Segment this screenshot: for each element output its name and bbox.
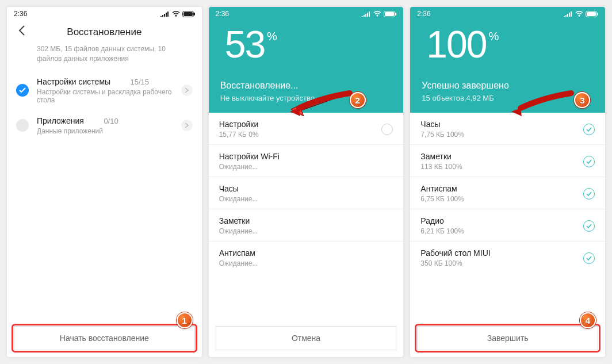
item-title: Заметки	[420, 152, 583, 161]
item-title: Антиспам	[420, 184, 583, 193]
chevron-right-icon[interactable]	[181, 120, 193, 131]
wifi-icon	[575, 11, 583, 17]
list-item: Настройки 15,77 КБ 0%	[209, 113, 404, 145]
row-sub: Данные приложений	[37, 127, 181, 135]
percent-sign: %	[488, 30, 499, 43]
check-circle-icon	[583, 124, 595, 135]
svg-rect-2	[194, 13, 195, 16]
progress-header: 2:36 53 % Восстановление... Не выключайт…	[209, 7, 404, 113]
status-icons	[564, 11, 598, 17]
row-main: Настройки системы 15/15 Настройки систем…	[37, 76, 181, 104]
list-item: Заметки 113 КБ 100%	[410, 145, 605, 177]
item-sub: Ожидание...	[219, 259, 393, 267]
item-title: Часы	[420, 120, 583, 129]
list-item: Настройки Wi-Fi Ожидание...	[209, 145, 404, 177]
percent-display: 53 %	[209, 21, 404, 63]
progress-title: Восстановление...	[220, 81, 392, 91]
restore-list: Настройки 15,77 КБ 0% Настройки Wi-Fi Ож…	[209, 113, 404, 357]
back-icon	[18, 25, 25, 36]
list-item: Рабочий стол MIUI 350 КБ 100%	[410, 242, 605, 273]
summary-text: 302 МБ, 15 файлов данных системы, 10 фай…	[7, 44, 202, 71]
signal-icon	[362, 11, 371, 17]
battery-icon	[384, 11, 396, 17]
percent-number: 100	[426, 25, 486, 63]
status-time: 2:36	[216, 10, 229, 18]
back-button[interactable]	[12, 25, 32, 39]
list-item: Часы Ожидание...	[209, 177, 404, 209]
list-item: Радио 6,21 КБ 100%	[410, 209, 605, 242]
svg-point-8	[579, 16, 580, 17]
status-bar: 2:36	[410, 7, 605, 21]
item-title: Антиспам	[219, 248, 393, 258]
signal-icon	[160, 11, 170, 17]
chevron-right-icon[interactable]	[181, 85, 193, 96]
wifi-icon	[172, 11, 180, 17]
wifi-icon	[373, 11, 381, 17]
svg-point-0	[175, 16, 177, 17]
progress-ring-icon	[381, 124, 393, 135]
row-count: 0/10	[104, 117, 118, 125]
button-label: Завершить	[487, 334, 529, 343]
cancel-button[interactable]: Отмена	[216, 326, 397, 350]
item-title: Рабочий стол MIUI	[420, 248, 583, 258]
item-sub: 350 КБ 100%	[420, 259, 583, 267]
row-count: 15/15	[131, 78, 150, 86]
status-bar: 2:36	[209, 7, 404, 21]
finish-button[interactable]: Завершить	[417, 326, 598, 350]
item-title: Радио	[420, 216, 583, 225]
check-circle-icon	[583, 252, 595, 264]
checkmark-icon	[19, 87, 26, 93]
signal-icon	[564, 11, 573, 17]
item-sub: Ожидание...	[219, 195, 393, 203]
status-time: 2:36	[417, 10, 430, 18]
checkbox-off-icon[interactable]	[16, 119, 29, 132]
phone-screen-3: 2:36 100 % Успешно завершено 15 объектов…	[410, 7, 605, 357]
svg-rect-11	[587, 12, 596, 16]
percent-display: 100 %	[410, 21, 605, 63]
svg-rect-3	[183, 12, 193, 16]
list-item: Антиспам 6,75 КБ 100%	[410, 177, 605, 209]
percent-number: 53	[225, 25, 265, 63]
item-sub: 7,75 КБ 100%	[420, 131, 583, 139]
checkbox-on-icon[interactable]	[16, 84, 29, 97]
check-circle-icon	[583, 156, 595, 167]
category-row-system[interactable]: Настройки системы 15/15 Настройки систем…	[7, 71, 202, 110]
percent-sign: %	[267, 30, 277, 43]
item-sub: 6,21 КБ 100%	[420, 227, 583, 235]
list-item: Антиспам Ожидание...	[209, 242, 404, 273]
start-restore-button[interactable]: Начать восстановление	[14, 326, 195, 350]
svg-point-4	[377, 16, 378, 17]
item-sub: Ожидание...	[219, 227, 393, 235]
status-time: 2:36	[14, 10, 27, 18]
row-title: Приложения	[37, 116, 84, 125]
complete-sub: 15 объектов,4,92 МБ	[422, 94, 594, 102]
battery-icon	[586, 11, 598, 17]
svg-rect-7	[385, 12, 394, 16]
progress-sub: Не выключайте устройство	[220, 94, 392, 102]
item-sub: Ожидание...	[219, 163, 393, 171]
complete-title: Успешно завершено	[422, 81, 594, 91]
status-icons	[362, 11, 396, 17]
svg-rect-10	[597, 13, 598, 16]
header: Восстановление	[7, 21, 202, 44]
row-sub: Настройки системы и раскладка рабочего с…	[37, 88, 181, 104]
battery-icon	[182, 11, 195, 17]
item-title: Заметки	[219, 216, 393, 225]
item-sub: 113 КБ 100%	[420, 163, 583, 171]
row-main: Приложения 0/10 Данные приложений	[37, 116, 181, 135]
category-row-apps[interactable]: Приложения 0/10 Данные приложений	[7, 110, 202, 141]
button-label: Начать восстановление	[60, 334, 149, 343]
check-circle-icon	[583, 188, 595, 200]
item-sub: 6,75 КБ 100%	[420, 195, 583, 203]
progress-header: 2:36 100 % Успешно завершено 15 объектов…	[410, 7, 605, 113]
phone-screen-1: 2:36 Восстановление 302 МБ, 15 файлов да…	[7, 7, 202, 357]
svg-rect-6	[395, 13, 396, 16]
item-title: Часы	[219, 184, 393, 193]
status-icons	[160, 11, 195, 17]
phone-screen-2: 2:36 53 % Восстановление... Не выключайт…	[209, 7, 404, 357]
restore-list: Часы 7,75 КБ 100% Заметки 113 КБ 100% Ан…	[410, 113, 605, 357]
item-sub: 15,77 КБ 0%	[219, 131, 382, 139]
page-title: Восстановление	[32, 26, 177, 38]
item-title: Настройки Wi-Fi	[219, 152, 393, 161]
item-title: Настройки	[219, 120, 382, 129]
